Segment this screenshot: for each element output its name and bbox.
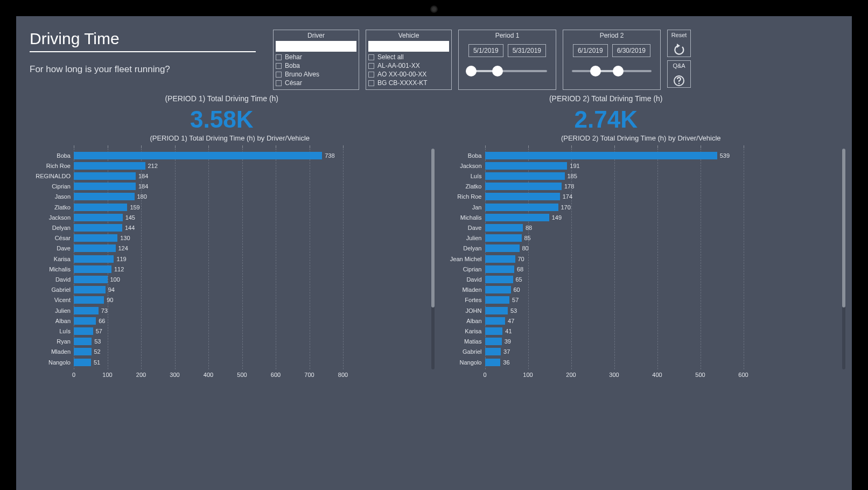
vehicle-search[interactable] [368, 41, 449, 52]
bar-fill[interactable] [74, 224, 122, 232]
bar-fill[interactable] [74, 183, 136, 190]
chart-bar-row: Nangolo36 [441, 358, 510, 367]
bar-fill[interactable] [485, 152, 717, 159]
bar-fill[interactable] [485, 317, 506, 325]
chart-scrollbar[interactable] [431, 149, 435, 369]
vehicle-option[interactable]: Select all [368, 53, 449, 61]
vehicle-option-list[interactable]: Select allAL-AA-001-XXAO XX-00-00-XXBG C… [366, 52, 451, 89]
driver-search[interactable] [276, 41, 356, 52]
chart-bar-row: Jackson145 [30, 213, 135, 222]
driver-option[interactable]: César [276, 79, 356, 87]
chart-bar-row: Luís185 [441, 171, 577, 180]
bar-fill[interactable] [74, 348, 92, 355]
period2-knob-end[interactable] [613, 66, 624, 76]
reset-button[interactable]: Reset [667, 30, 691, 57]
bar-category-label: Luís [30, 328, 74, 334]
bar-fill[interactable] [485, 255, 515, 263]
bar-fill[interactable] [74, 286, 106, 293]
bar-fill[interactable] [74, 296, 104, 304]
checkbox-icon[interactable] [368, 80, 374, 86]
period2-knob-start[interactable] [590, 66, 601, 76]
period1-end[interactable]: 5/31/2019 [508, 44, 546, 57]
bar-fill[interactable] [485, 172, 565, 180]
period1-start[interactable]: 5/1/2019 [468, 44, 503, 57]
bar-fill[interactable] [485, 296, 510, 304]
bar-fill[interactable] [485, 359, 501, 366]
bar-fill[interactable] [485, 234, 522, 242]
bar-fill[interactable] [485, 276, 513, 283]
checkbox-icon[interactable] [276, 80, 282, 86]
checkbox-icon[interactable] [368, 54, 374, 60]
checkbox-icon[interactable] [368, 72, 374, 78]
bar-fill[interactable] [74, 234, 117, 242]
bar-fill[interactable] [485, 286, 511, 293]
checkbox-icon[interactable] [276, 63, 282, 69]
period1-knob-end[interactable] [492, 66, 503, 76]
bar-fill[interactable] [74, 255, 114, 263]
bar-fill[interactable] [485, 348, 501, 355]
bar-fill[interactable] [74, 276, 108, 283]
bar-fill[interactable] [74, 359, 91, 366]
bar-value-label: 36 [500, 359, 509, 366]
bar-fill[interactable] [74, 244, 116, 252]
period1-slider[interactable] [467, 70, 547, 72]
bar-value-label: 65 [513, 276, 522, 283]
vehicle-option[interactable]: BG CB-XXXX-KT [368, 79, 449, 87]
bar-fill[interactable] [485, 327, 503, 335]
qa-button[interactable]: Q&A [667, 60, 691, 88]
chart-scrollbar[interactable] [842, 149, 845, 369]
chart1-title: (PERIOD 1) Total Driving Time (h) by Dri… [30, 134, 430, 142]
checkbox-icon[interactable] [368, 63, 374, 69]
checkbox-icon[interactable] [276, 72, 282, 78]
bar-fill[interactable] [485, 307, 508, 314]
bar-fill[interactable] [74, 204, 127, 211]
bar-fill[interactable] [485, 214, 549, 221]
bar-value-label: 41 [502, 328, 512, 334]
chart-bar-row: Ciprian68 [441, 264, 524, 274]
bar-fill[interactable] [485, 193, 560, 200]
checkbox-icon[interactable] [276, 54, 282, 60]
driver-slicer[interactable]: Driver BeharBobaBruno AlvesCésar [273, 30, 359, 90]
bar-category-label: Gabriel [441, 348, 485, 355]
period2-start[interactable]: 6/1/2019 [573, 44, 608, 57]
bar-fill[interactable] [74, 193, 135, 200]
driver-option[interactable]: Bruno Alves [276, 70, 356, 79]
period2-end[interactable]: 6/30/2019 [612, 44, 650, 57]
vehicle-slicer[interactable]: Vehicle Select allAL-AA-001-XXAO XX-00-0… [366, 30, 452, 90]
driver-option-list[interactable]: BeharBobaBruno AlvesCésar [274, 52, 359, 89]
driver-search-input[interactable] [280, 43, 354, 50]
bar-fill[interactable] [74, 162, 145, 170]
period2-slider[interactable] [572, 70, 652, 72]
bar-fill[interactable] [74, 317, 96, 325]
vehicle-search-input[interactable] [373, 43, 447, 50]
bar-fill[interactable] [485, 162, 568, 170]
bar-fill[interactable] [485, 265, 514, 273]
period1-knob-start[interactable] [466, 66, 477, 76]
bar-fill[interactable] [74, 152, 322, 159]
chart-bar-row: JOHN53 [441, 306, 517, 315]
bar-value-label: 37 [501, 348, 510, 355]
bar-fill[interactable] [485, 338, 502, 345]
bar-fill[interactable] [74, 265, 111, 273]
driver-option[interactable]: Boba [276, 61, 356, 70]
bar-fill[interactable] [74, 172, 136, 180]
driver-option[interactable]: Behar [276, 53, 356, 61]
period2-slicer[interactable]: Period 2 6/1/2019 6/30/2019 [563, 30, 661, 90]
bar-fill[interactable] [74, 214, 123, 221]
chart-bar-row: Alban47 [441, 316, 515, 325]
bar-fill[interactable] [485, 224, 523, 232]
scrollbar-thumb[interactable] [842, 149, 845, 307]
chart-bar-row: Vicent90 [30, 296, 114, 305]
bar-fill[interactable] [74, 307, 99, 314]
chart-bar-row: Delyan144 [30, 223, 135, 232]
vehicle-option[interactable]: AO XX-00-00-XX [368, 70, 449, 79]
bar-fill[interactable] [74, 327, 93, 335]
bar-fill[interactable] [485, 183, 562, 190]
bar-fill[interactable] [74, 338, 92, 345]
vehicle-option[interactable]: AL-AA-001-XX [368, 61, 449, 70]
period1-slicer[interactable]: Period 1 5/1/2019 5/31/2019 [458, 30, 556, 90]
bar-fill[interactable] [485, 244, 520, 252]
scrollbar-thumb[interactable] [431, 149, 435, 307]
chart-bar-row: Dave124 [30, 244, 128, 253]
bar-fill[interactable] [485, 204, 558, 211]
